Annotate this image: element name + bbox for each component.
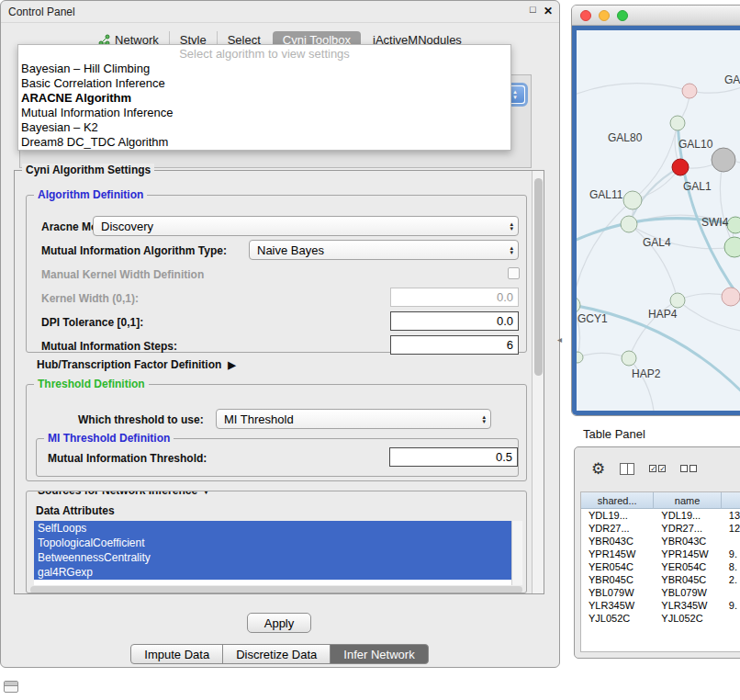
control-panel-titlebar: Control Panel □ ✕ — [1, 1, 559, 23]
table-cell: YDR27... — [654, 522, 721, 535]
gear-icon[interactable]: ⚙ — [591, 461, 605, 477]
table-row[interactable]: YLR345WYLR345W9. — [581, 599, 740, 612]
minimize-traffic-light[interactable] — [599, 10, 610, 21]
table-panel-window: ⚙ ✓✓ shared...name YDL19...YDL19...13YDR… — [574, 446, 740, 659]
settings-scrollbar[interactable] — [532, 171, 544, 593]
aracne-mode-combobox[interactable]: Discovery ▴▾ — [93, 216, 519, 236]
minimized-panel-icon[interactable] — [4, 681, 18, 693]
mi-steps-input[interactable]: 6 — [390, 335, 519, 355]
dpi-tolerance-label: DPI Tolerance [0,1]: — [41, 316, 143, 329]
network-node[interactable] — [621, 216, 637, 232]
network-window-titlebar — [572, 6, 740, 26]
settings-scrollbar-thumb[interactable] — [534, 178, 543, 376]
which-threshold-value: MI Threshold — [224, 412, 294, 426]
network-node[interactable] — [577, 297, 580, 313]
table-cell: 9. — [722, 599, 740, 612]
table-cell: YJL052C — [654, 612, 721, 625]
column-header[interactable]: shared... — [581, 492, 654, 509]
table-cell: YDL19... — [654, 509, 721, 522]
threshold-definition-title: Threshold Definition — [34, 378, 149, 390]
node-table: shared...name YDL19...YDL19...13YDR27...… — [580, 491, 740, 652]
table-cell: YDR27... — [581, 522, 654, 535]
float-window-icon[interactable]: □ — [530, 5, 539, 14]
mi-type-label: Mutual Information Algorithm Type: — [41, 244, 227, 257]
mi-type-combobox[interactable]: Naive Bayes ▴▾ — [249, 240, 519, 260]
data-attribute-item[interactable]: TopologicalCoefficient — [34, 536, 511, 550]
algorithm-definition-group: Algorithm Definition Aracne Mode: Discov… — [26, 195, 527, 353]
kernel-width-input[interactable]: 0.0 — [390, 288, 519, 307]
algorithm-option[interactable]: Dream8 DC_TDC Algorithm — [18, 135, 510, 150]
cyni-algorithm-settings-group: Cyni Algorithm Settings Algorithm Defini… — [14, 170, 544, 594]
network-edge — [629, 358, 655, 411]
algorithm-option[interactable]: Basic Correlation Inference — [18, 76, 510, 91]
table-row[interactable]: YJL052CYJL052C — [581, 612, 740, 625]
tab-impute-data[interactable]: Impute Data — [130, 644, 223, 664]
network-node[interactable] — [682, 84, 697, 98]
table-row[interactable]: YPR145WYPR145W9. — [581, 548, 740, 560]
network-node[interactable] — [670, 116, 685, 130]
network-canvas[interactable]: GALGAL80GAL10GAL11GAL1SWI4GAL4GCY1HAP4HA… — [577, 30, 740, 411]
sources-group-title[interactable]: Sources for Network Inference ▼ — [34, 491, 215, 497]
network-node[interactable] — [622, 351, 636, 366]
kernel-width-label: Kernel Width (0,1): — [41, 292, 139, 305]
algorithm-option[interactable]: Bayesian – K2 — [18, 120, 510, 135]
table-row[interactable]: YDR27...YDR27...12 — [581, 522, 740, 535]
network-node[interactable] — [724, 237, 740, 257]
network-edge — [720, 160, 734, 247]
table-row[interactable]: YER054CYER054C8. — [581, 560, 740, 573]
table-row[interactable]: YBR043CYBR043C — [581, 535, 740, 548]
control-panel-window: Control Panel □ ✕ Network Style Select C… — [0, 0, 560, 668]
algorithm-option[interactable]: ARACNE Algorithm — [18, 91, 510, 106]
zoom-traffic-light[interactable] — [617, 10, 628, 21]
column-header[interactable] — [722, 492, 740, 509]
network-node[interactable] — [623, 191, 642, 209]
table-cell: YBR043C — [581, 535, 654, 548]
network-node[interactable] — [712, 148, 735, 172]
combo-arrows-icon: ▴▾ — [510, 241, 513, 259]
which-threshold-label: Which threshold to use: — [78, 413, 204, 426]
algorithm-option[interactable]: Mutual Information Inference — [18, 106, 510, 120]
node-label: GAL1 — [683, 180, 712, 193]
close-traffic-light[interactable] — [580, 10, 591, 21]
network-edge — [577, 200, 633, 305]
mi-threshold-input[interactable]: 0.5 — [389, 447, 518, 467]
table-row[interactable]: YDL19...YDL19...13 — [581, 509, 740, 522]
manual-kernel-checkbox[interactable] — [508, 267, 520, 279]
list-scrollbar[interactable] — [511, 521, 522, 585]
data-attribute-item[interactable]: BetweennessCentrality — [34, 550, 511, 565]
algorithm-option[interactable]: Bayesian – Hill Climbing — [18, 62, 510, 76]
mi-threshold-group: MI Threshold Definition Mutual Informati… — [36, 438, 519, 477]
data-attribute-item[interactable]: SelfLoops — [34, 521, 511, 536]
hub-definition-toggle[interactable]: Hub/Transcription Factor Definition ▶ — [37, 358, 236, 371]
close-window-icon[interactable]: ✕ — [544, 5, 553, 17]
data-attributes-list: SelfLoopsTopologicalCoefficientBetweenne… — [34, 521, 522, 580]
column-manager-icon[interactable] — [620, 463, 634, 475]
list-horizontal-scrollbar[interactable] — [30, 586, 522, 593]
column-header[interactable]: name — [654, 492, 721, 509]
data-attributes-listbox: SelfLoopsTopologicalCoefficientBetweenne… — [34, 521, 522, 585]
dpi-tolerance-input[interactable]: 0.0 — [390, 311, 519, 331]
select-all-icon[interactable]: ✓✓ — [649, 465, 666, 472]
network-node[interactable] — [577, 352, 583, 363]
network-node[interactable] — [727, 217, 740, 233]
network-node[interactable] — [670, 293, 685, 308]
table-row[interactable]: YBL079WYBL079W — [581, 586, 740, 599]
network-edge — [577, 84, 690, 99]
table-row[interactable]: YBR045CYBR045C2. — [581, 573, 740, 586]
panel-divider-grip[interactable]: ◂ — [557, 334, 562, 344]
node-label: GAL80 — [608, 131, 643, 144]
deselect-all-icon[interactable] — [680, 465, 697, 472]
data-attribute-item[interactable]: gal4RGexp — [34, 565, 511, 580]
tab-discretize-data[interactable]: Discretize Data — [222, 644, 331, 664]
tab-infer-network[interactable]: Infer Network — [330, 644, 428, 664]
manual-kernel-label: Manual Kernel Width Definition — [41, 268, 204, 281]
table-panel-title: Table Panel — [583, 427, 645, 441]
network-canvas-area[interactable]: GALGAL80GAL10GAL11GAL1SWI4GAL4GCY1HAP4HA… — [577, 30, 740, 411]
table-cell: YER054C — [581, 560, 654, 573]
node-label: HAP4 — [648, 308, 678, 321]
combo-arrows-icon: ▴▾ — [482, 410, 486, 428]
network-node[interactable] — [722, 288, 740, 306]
apply-button[interactable]: Apply — [247, 613, 311, 633]
network-node[interactable] — [672, 159, 689, 175]
which-threshold-combobox[interactable]: MI Threshold ▴▾ — [216, 409, 491, 429]
